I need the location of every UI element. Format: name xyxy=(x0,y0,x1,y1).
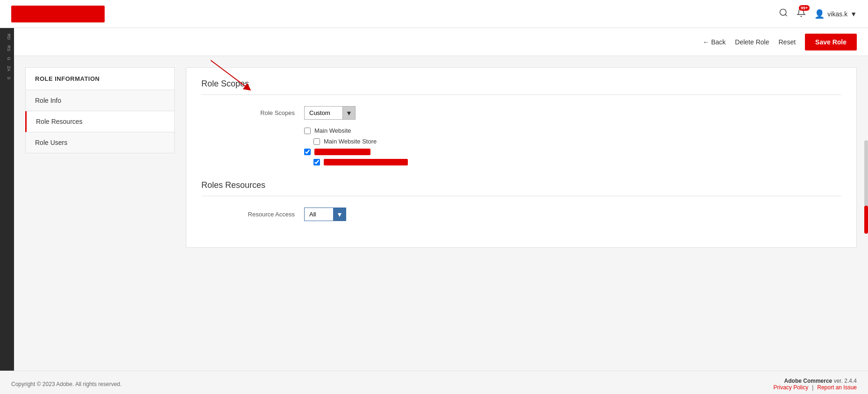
username-label: vikas.k xyxy=(827,10,847,18)
search-icon[interactable] xyxy=(779,8,788,20)
checkbox-main-website-input[interactable] xyxy=(304,128,311,134)
role-scopes-row: Role Scopes All Custom ▼ xyxy=(201,106,841,120)
notification-icon[interactable]: 99+ xyxy=(797,8,806,20)
checkbox-main-website-store-input[interactable] xyxy=(313,138,320,145)
role-info-header: ROLE INFORMATION xyxy=(25,67,175,90)
nav-item-role-users[interactable]: Role Users xyxy=(25,132,175,153)
header-left xyxy=(11,6,105,22)
role-scopes-title: Role Scopes xyxy=(201,79,841,95)
nav-item-role-users-label: Role Users xyxy=(35,139,67,146)
reset-link[interactable]: Reset xyxy=(778,38,796,46)
action-bar: ← Back Delete Role Reset Save Role xyxy=(14,28,868,56)
sidebar-item-g[interactable]: G xyxy=(2,55,12,62)
save-role-button[interactable]: Save Role xyxy=(805,34,857,50)
user-avatar-icon: 👤 xyxy=(814,9,825,19)
header-right: 99+ 👤 vikas.k ▼ xyxy=(779,8,857,20)
role-scopes-select-wrapper: All Custom ▼ xyxy=(304,106,356,120)
delete-role-link[interactable]: Delete Role xyxy=(735,38,769,46)
redacted-text-1 xyxy=(314,149,370,155)
top-header: 99+ 👤 vikas.k ▼ xyxy=(0,0,868,28)
footer-copyright: Copyright © 2023 Adobe. All rights reser… xyxy=(11,381,121,387)
back-link[interactable]: ← Back xyxy=(703,38,726,46)
checkbox-main-website-label: Main Website xyxy=(314,127,351,134)
right-panel: Role Scopes Role Scopes All Custom ▼ xyxy=(186,67,857,248)
resource-access-label: Resource Access xyxy=(239,211,295,218)
svg-line-1 xyxy=(785,14,787,16)
footer-pipe: | xyxy=(812,384,813,391)
content-area: ROLE INFORMATION Role Info Role Resource… xyxy=(14,56,868,259)
nav-item-role-resources[interactable]: Role Resources xyxy=(25,111,175,132)
sidebar-item-s[interactable]: S xyxy=(2,75,12,81)
role-scopes-section: Role Scopes Role Scopes All Custom ▼ xyxy=(201,79,841,165)
footer-brand-name: Adobe Commerce ver. 2.4.4 xyxy=(784,378,857,384)
checkbox-redacted-1-input[interactable] xyxy=(304,149,311,155)
main-content: ← Back Delete Role Reset Save Role ROLE … xyxy=(14,28,868,371)
page-layout: RD RS G ZA S ← Back Delete Role Reset Sa… xyxy=(0,28,868,371)
nav-item-role-info-label: Role Info xyxy=(35,97,61,104)
report-issue-link[interactable]: Report an Issue xyxy=(817,384,857,391)
footer-brand: Adobe Commerce ver. 2.4.4 Privacy Policy… xyxy=(773,378,857,391)
sidebar-item-rs[interactable]: RS xyxy=(2,43,12,53)
checkbox-redacted-2-input[interactable] xyxy=(313,159,320,165)
role-scopes-label: Role Scopes xyxy=(239,109,295,116)
user-chevron-icon: ▼ xyxy=(850,10,857,18)
user-menu[interactable]: 👤 vikas.k ▼ xyxy=(814,9,857,19)
resource-access-row: Resource Access All Custom ▼ xyxy=(201,208,841,221)
footer: Copyright © 2023 Adobe. All rights reser… xyxy=(0,371,868,394)
nav-item-role-resources-label: Role Resources xyxy=(36,118,83,125)
checkbox-main-website-store-label: Main Website Store xyxy=(324,138,377,145)
resource-access-select[interactable]: All Custom xyxy=(304,208,346,221)
checkbox-main-website-store: Main Website Store xyxy=(304,138,841,145)
footer-links: Privacy Policy | Report an Issue xyxy=(773,384,857,391)
scroll-thumb[interactable] xyxy=(864,206,868,234)
svg-point-0 xyxy=(780,9,786,15)
left-sidebar: RD RS G ZA S xyxy=(0,28,14,371)
sidebar-item-za[interactable]: ZA xyxy=(2,64,12,73)
redacted-text-2 xyxy=(324,159,408,165)
roles-resources-title: Roles Resources xyxy=(201,180,841,196)
resource-access-select-wrapper: All Custom ▼ xyxy=(304,208,346,221)
role-scopes-checkbox-tree: Main Website Main Website Store xyxy=(201,127,841,165)
nav-item-role-info[interactable]: Role Info xyxy=(25,90,175,111)
scrollbar[interactable] xyxy=(864,140,868,234)
notification-badge: 99+ xyxy=(799,5,810,11)
checkbox-redacted-2 xyxy=(304,159,841,165)
checkbox-redacted-1 xyxy=(304,149,841,155)
privacy-policy-link[interactable]: Privacy Policy xyxy=(773,384,808,391)
left-nav-panel: ROLE INFORMATION Role Info Role Resource… xyxy=(25,67,175,248)
logo xyxy=(11,6,105,22)
checkbox-main-website: Main Website xyxy=(304,127,841,134)
roles-resources-section: Roles Resources Resource Access All Cust… xyxy=(201,180,841,221)
role-scopes-select[interactable]: All Custom xyxy=(304,106,356,120)
sidebar-item-rd[interactable]: RD xyxy=(2,32,12,42)
